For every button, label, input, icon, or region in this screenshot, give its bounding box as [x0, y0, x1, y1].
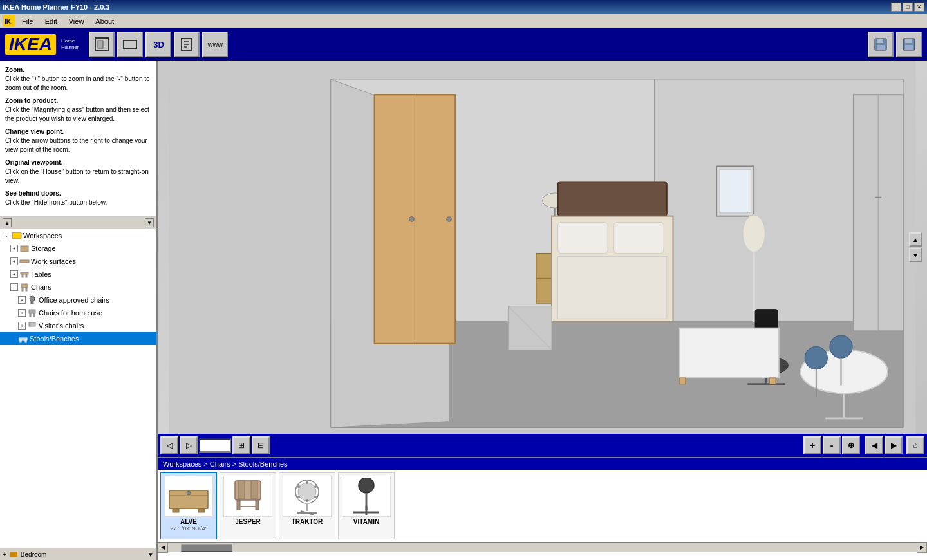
- help-zoom-product: Zoom to product. Click the "Magnifying g…: [5, 97, 151, 124]
- svg-rect-34: [10, 552, 17, 557]
- svg-rect-27: [29, 310, 35, 313]
- tree-item-workspaces[interactable]: - Workspaces: [0, 229, 156, 242]
- tree-scroll-down[interactable]: ▼: [145, 218, 154, 227]
- room-scene-svg: [158, 61, 927, 434]
- expand-tables[interactable]: +: [10, 270, 18, 278]
- svg-point-48: [409, 217, 415, 222]
- expand-storage[interactable]: +: [10, 245, 18, 252]
- menu-view[interactable]: View: [64, 16, 89, 26]
- product-traktor-thumb: [283, 476, 332, 517]
- rotate-right-button[interactable]: ▷: [180, 436, 198, 454]
- www-button[interactable]: www: [202, 32, 228, 57]
- svg-point-106: [359, 478, 374, 493]
- svg-point-96: [298, 483, 316, 501]
- fit-button[interactable]: ⊞: [232, 436, 250, 454]
- svg-point-88: [187, 491, 191, 495]
- expand-home-chairs[interactable]: +: [18, 309, 26, 317]
- app-title: IKEA Home Planner FY10 - 2.0.3: [3, 3, 109, 11]
- svg-point-62: [743, 215, 765, 252]
- menu-about[interactable]: About: [90, 16, 119, 26]
- angle-input[interactable]: 180: [199, 438, 231, 453]
- product-jesper-thumb: [223, 476, 272, 517]
- rotate-left-button[interactable]: ◁: [160, 436, 178, 454]
- maximize-button[interactable]: □: [903, 3, 913, 12]
- product-vitamin[interactable]: VITAMIN: [338, 472, 395, 539]
- svg-rect-16: [12, 232, 21, 239]
- tree-scroll-up[interactable]: ▲: [3, 218, 12, 227]
- expand-workspaces[interactable]: -: [3, 232, 10, 239]
- product-alve[interactable]: ALVE 27 1/8x19 1/4": [160, 472, 217, 539]
- shopping-list-button[interactable]: [174, 32, 200, 57]
- close-button[interactable]: ✕: [914, 3, 924, 12]
- view-down-button[interactable]: ▼: [909, 248, 922, 262]
- svg-rect-91: [251, 481, 258, 499]
- svg-rect-90: [238, 481, 245, 499]
- scroll-left-btn[interactable]: ◀: [158, 543, 168, 553]
- 3d-view-button[interactable]: 3D: [145, 32, 171, 57]
- app-icon: IK: [3, 15, 15, 27]
- product-jesper-name: JESPER: [235, 518, 260, 525]
- product-traktor[interactable]: TRAKTOR: [279, 472, 335, 539]
- scroll-right-btn[interactable]: ▶: [917, 543, 927, 553]
- svg-point-98: [314, 485, 317, 488]
- product-alve-name: ALVE: [180, 518, 197, 525]
- svg-rect-87: [198, 509, 205, 512]
- svg-rect-45: [375, 95, 415, 344]
- svg-rect-24: [26, 288, 27, 291]
- tree-item-storage[interactable]: + Storage: [0, 242, 156, 255]
- svg-rect-11: [877, 39, 883, 43]
- product-grid: ALVE 27 1/8x19 1/4": [158, 470, 927, 542]
- svg-rect-20: [22, 274, 23, 277]
- open-button[interactable]: [896, 32, 922, 57]
- svg-rect-18: [20, 260, 29, 263]
- menu-edit[interactable]: Edit: [40, 16, 62, 26]
- expand-work-surfaces[interactable]: +: [10, 257, 18, 265]
- expand-visitor-chairs[interactable]: +: [18, 322, 26, 330]
- view-arrows: ▲ ▼: [909, 232, 922, 262]
- elevation-button[interactable]: [117, 32, 143, 57]
- svg-rect-60: [720, 169, 751, 213]
- svg-point-74: [805, 347, 827, 369]
- floor-plan-button[interactable]: [89, 32, 115, 57]
- tree-item-visitor-chairs[interactable]: + Visitor's chairs: [0, 319, 156, 332]
- tree-panel: ▲ ▼ - Workspaces + Storage + Work surfac…: [0, 217, 156, 548]
- svg-rect-93: [256, 500, 259, 510]
- svg-marker-69: [679, 378, 686, 384]
- zoom-out-button[interactable]: -: [823, 436, 841, 454]
- expand-office-chairs[interactable]: +: [18, 296, 26, 304]
- tree-item-chairs[interactable]: - Chairs: [0, 281, 156, 294]
- svg-rect-30: [29, 322, 35, 326]
- zoom-in-button[interactable]: +: [803, 436, 821, 454]
- zoom-fit-button[interactable]: ⊕: [842, 436, 860, 454]
- tree-item-stools-benches[interactable]: Stools/Benches: [0, 332, 156, 345]
- svg-rect-57: [614, 222, 664, 253]
- svg-rect-32: [20, 340, 21, 342]
- frame-button[interactable]: ⊟: [252, 436, 270, 454]
- scroll-thumb[interactable]: [181, 544, 232, 552]
- scroll-view-button[interactable]: ⌂: [906, 436, 924, 454]
- menu-file[interactable]: File: [17, 16, 39, 26]
- expand-chairs[interactable]: -: [10, 283, 18, 291]
- tree-item-tables[interactable]: + Tables: [0, 268, 156, 281]
- tree-item-office-chairs[interactable]: + Office approved chairs: [0, 294, 156, 306]
- 3d-canvas[interactable]: ▲ ▼: [158, 61, 927, 434]
- breadcrumb-bar: Workspaces > Chairs > Stools/Benches: [158, 458, 927, 470]
- svg-point-49: [447, 217, 452, 222]
- save-button[interactable]: [868, 32, 894, 57]
- help-text: Zoom. Click the "+" button to zoom in an…: [0, 61, 156, 217]
- pan-left-button[interactable]: ◀: [865, 436, 883, 454]
- minimize-button[interactable]: _: [891, 3, 901, 12]
- pan-right-button[interactable]: ▶: [885, 436, 903, 454]
- product-jesper[interactable]: JESPER: [220, 472, 276, 539]
- svg-rect-28: [30, 313, 31, 317]
- svg-rect-56: [558, 222, 608, 253]
- help-zoom: Zoom. Click the "+" button to zoom in an…: [5, 66, 151, 93]
- tree-item-home-chairs[interactable]: + Chairs for home use: [0, 306, 156, 319]
- tree-item-work-surfaces[interactable]: + Work surfaces: [0, 255, 156, 268]
- view-up-button[interactable]: ▲: [909, 232, 922, 247]
- product-scrollbar[interactable]: ◀ ▶: [158, 542, 927, 552]
- product-alve-size: 27 1/8x19 1/4": [170, 525, 207, 532]
- svg-point-76: [830, 335, 852, 358]
- ikea-logo: IKEA: [5, 34, 56, 55]
- svg-rect-14: [905, 39, 912, 43]
